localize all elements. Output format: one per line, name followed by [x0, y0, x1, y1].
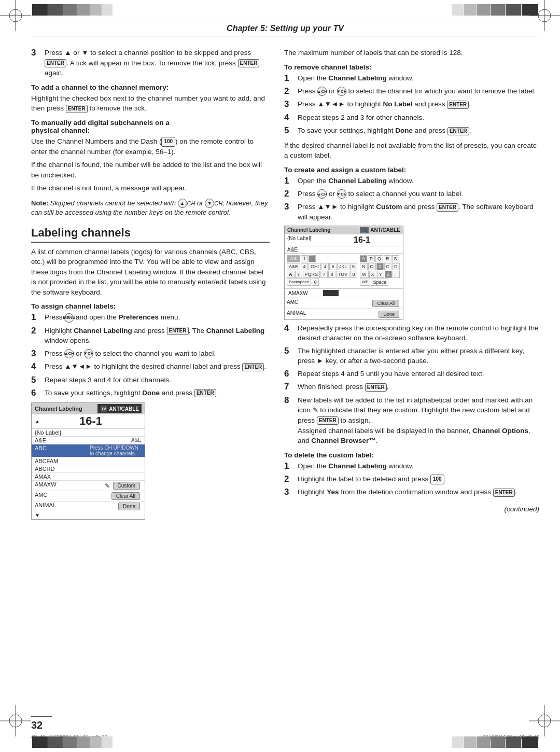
kbd-clear-all[interactable]: Clear All [372, 300, 399, 307]
kbd-space [309, 255, 316, 262]
add-channel-heading: To add a channel to the channel memory: [31, 83, 270, 91]
custom-btn[interactable]: Custom [113, 482, 140, 490]
kbd-right-panel: 9 P Q R S N O 0 C D [360, 255, 400, 286]
delete-step-2: 2 Highlight the label to be deleted and … [284, 474, 539, 484]
100-icon2: 100 [430, 475, 444, 484]
manual-add-p3: If the channel is not found, a message w… [31, 183, 270, 193]
ch-dn-r2: ▼CH [337, 87, 346, 96]
ch-row-abcfam: ABCFAM [32, 457, 145, 465]
remove-step-1: 1 Open the Channel Labeling window. [284, 73, 539, 83]
labeling-section-heading: Labeling channels [31, 226, 270, 243]
enter-d3: ENTER [493, 489, 515, 497]
enter-btn4: ENTER [167, 327, 189, 335]
kbd-done-btn[interactable]: Done [379, 311, 399, 318]
kbd-row4: Backspace 0 [287, 278, 357, 286]
right-column: The maximum number of labels that can be… [284, 48, 539, 524]
ch-up-c2: ▲CH [317, 189, 327, 199]
kbd-bs-label: Backspace [287, 278, 311, 286]
custom-step-3: 3 Press ▲▼► to highlight Custom and pres… [284, 202, 539, 222]
top-step3: 3 Press ▲ or ▼ to select a channel posit… [31, 48, 270, 78]
delete-step-3: 3 Highlight Yes from the deletion confir… [284, 487, 539, 497]
kbd-pqrs: PQRS [303, 271, 320, 278]
note-block: Note: Skipped channels cannot be selecte… [31, 199, 270, 218]
custom-step-6: 6 Repeat steps 4 and 5 until you have en… [284, 369, 539, 379]
remove-step-4: 4 Repeat steps 2 and 3 for other channel… [284, 113, 539, 123]
remove-steps-list: 1 Open the Channel Labeling window. 2 Pr… [284, 73, 539, 136]
kbd-title: Channel Labeling [287, 227, 330, 233]
enter-btn: ENTER [45, 59, 66, 67]
kbd-action-row: AMC Clear All [285, 298, 403, 309]
reg-mark-bl [0, 705, 31, 736]
assign-step-1: 1 Press MENU and open the Preferences me… [31, 312, 270, 323]
kbd-r1c2: P [368, 255, 375, 262]
kbd-jkl: JKL [337, 263, 349, 270]
clear-all-btn[interactable]: Clear All [111, 492, 140, 500]
custom-heading: To create and assign a custom label: [284, 166, 539, 174]
remove-step-2: 2 Press ▲CH or ▼CH to select the channel… [284, 86, 539, 96]
ch-row-abchd: ABCHD [32, 465, 145, 472]
kbd-row2: A&E 4 GHI 4 5 JKL 5 [287, 263, 357, 270]
kbd-rrow2: N O 0 C D [360, 263, 400, 270]
kbd-rrow1: 9 P Q R S [360, 255, 400, 262]
ch-row-abc: ABC Press CH UP/DOWN to change channels. [32, 444, 145, 457]
color-bars-bl [32, 736, 113, 748]
kbd-8b: 8 [350, 271, 357, 278]
kbd-row-left: A B 1 A&E 4 GHI 4 5 JKL [287, 255, 401, 286]
assign-step-6: 6 To save your settings, highlight Done … [31, 388, 270, 398]
remove-heading: To remove channel labels: [284, 63, 539, 71]
ch-row-nolabel: {No Label} [32, 428, 145, 436]
assign-steps-list: 1 Press MENU and open the Preferences me… [31, 312, 270, 398]
assign-heading: To assign channel labels: [31, 302, 270, 310]
kbd-ae-cell: A&E [287, 263, 300, 270]
custom-step-1: 1 Open the Channel Labeling window. [284, 176, 539, 186]
enter-c3: ENTER [437, 203, 458, 212]
100-icon: 100 [161, 137, 175, 147]
assign-step-4: 4 Press ▲▼◄► to highlight the desired ch… [31, 361, 270, 372]
chapter-title: Chapter 5: Setting up your TV [31, 21, 539, 36]
kbd-5: 5 [329, 263, 337, 270]
kbd-0: 0 [312, 278, 319, 286]
kbd-r2c4: C [384, 263, 392, 270]
enter-btn2: ENTER [238, 59, 260, 67]
assign-step-5: 5 Repeat steps 3 and 4 for other channel… [31, 375, 270, 385]
color-bars-br [452, 736, 538, 748]
assign-step-3: 3 Press ▲CH or ▼CH to select the channel… [31, 349, 270, 359]
kbd-8: 8 [328, 271, 335, 278]
manual-add-p2: If the channel is found, the number will… [31, 160, 270, 180]
not-available-p: If the desired channel label is not avai… [284, 141, 539, 161]
ch-row-amc: AMC Clear All [32, 491, 145, 501]
remove-step-5: 5 To save your settings, highlight Done … [284, 126, 539, 136]
enter-r5: ENTER [447, 127, 469, 135]
custom-step-5: 5 The highlighted character is entered a… [284, 346, 539, 366]
kbd-r3c2: X [369, 271, 376, 278]
ch-up-btn: ▲CH [64, 349, 74, 358]
enter-btn5: ENTER [242, 363, 264, 371]
kbd-5b: 5 [350, 263, 357, 270]
kbd-row3: A 7 PQRS 7 8 TUV 8 [287, 271, 357, 278]
kbd-r1c3: Q [375, 255, 383, 262]
kbd-7: 7 [295, 271, 302, 278]
kbd-a-cell: A [287, 271, 295, 278]
kbd-r3c5: . [393, 271, 400, 278]
kbd-4b: 4 [321, 263, 329, 270]
channel-labeling-table: Channel Labeling TV ANT/CABLE ▲ 16-1 {No… [31, 402, 145, 520]
custom-steps-cont-list: 4 Repeatedly press the corresponding key… [284, 323, 539, 446]
software-keyboard-table: Channel Labeling 📺 ANT/CABLE {No Label} … [284, 226, 403, 320]
kbd-bottom-row: AMAXW [285, 288, 403, 298]
up-arrow-indicator: ▲ [35, 419, 40, 424]
pencil-icon2: ✎ [313, 406, 318, 414]
continued-text: (continued) [284, 504, 539, 514]
kbd-r2c1: N [360, 263, 368, 270]
step3-content: Press ▲ or ▼ to select a channel positio… [45, 48, 270, 78]
custom-step-2: 2 Press ▲CH or ▼CH to select a channel y… [284, 189, 539, 199]
kbd-gh: GHI [309, 263, 321, 270]
kbd-channel-display: {No Label} 16-1 [285, 234, 403, 246]
kbd-r1c5: S [392, 255, 399, 262]
delete-step-1: 1 Open the Channel Labeling window. [284, 461, 539, 471]
ch-table-header: Channel Labeling TV ANT/CABLE [32, 403, 145, 414]
kbd-space-cell: Space [371, 278, 388, 286]
done-btn[interactable]: Done [118, 503, 140, 510]
delete-heading: To delete the custom label: [284, 451, 539, 459]
ant-cable-badge: TV ANT/CABLE [97, 404, 142, 413]
down-arrow-indicator: ▼ [32, 511, 145, 519]
